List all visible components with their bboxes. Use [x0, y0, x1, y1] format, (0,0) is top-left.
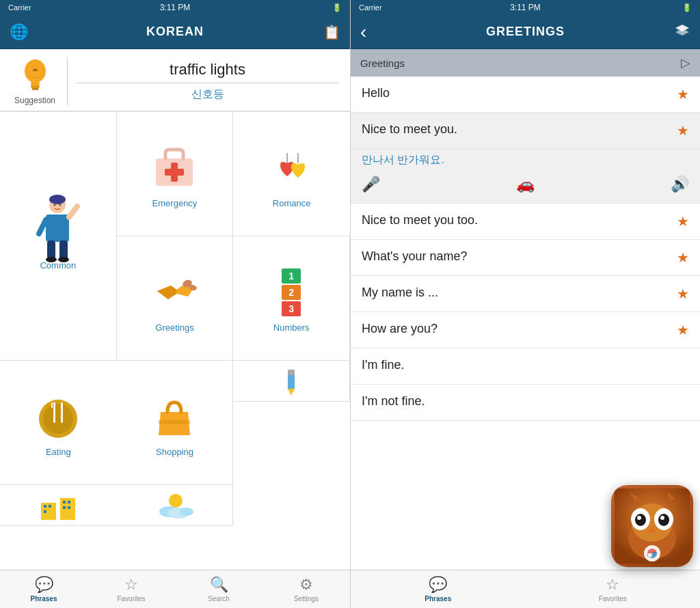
status-bar-left: Carrier 3:11 PM 🔋	[0, 0, 350, 15]
phrases-icon-left: 💬	[35, 576, 53, 594]
svg-point-56	[660, 516, 664, 520]
tab-phrases-left[interactable]: 💬 Phrases	[0, 576, 88, 603]
cat-common-label: Common	[40, 260, 76, 271]
svg-rect-10	[47, 240, 55, 260]
phrase-hello-text: Hello	[362, 86, 670, 100]
tab-settings-left[interactable]: ⚙ Settings	[262, 576, 350, 603]
person-svg	[32, 193, 83, 268]
num-block-3: 3	[282, 301, 301, 316]
status-bar-right: Carrier 3:11 PM 🔋	[351, 0, 700, 15]
app-icon-inner	[611, 485, 693, 567]
svg-point-6	[49, 195, 66, 204]
phrase-my-name[interactable]: My name is ... ★	[351, 276, 700, 312]
svg-line-9	[39, 220, 46, 234]
phrase-hello[interactable]: Hello ★	[351, 77, 700, 113]
svg-rect-41	[68, 506, 70, 509]
phrase-how-are-you-text: How are you?	[362, 322, 670, 336]
svg-marker-31	[288, 389, 295, 396]
cat-greetings[interactable]: Greetings	[117, 236, 234, 361]
phrase-im-not-fine[interactable]: I'm not fine. ★	[351, 385, 700, 421]
microphone-icon[interactable]: 🎤	[362, 176, 380, 193]
svg-rect-2	[31, 86, 39, 88]
owl-icon	[615, 488, 690, 564]
speaker-icon[interactable]: 🔊	[671, 176, 689, 193]
cat-eating-label: Eating	[46, 447, 71, 457]
cat-pencil[interactable]	[233, 361, 350, 402]
phrase-whats-name[interactable]: What's your name? ★	[351, 240, 700, 276]
num-block-2: 2	[282, 285, 301, 300]
cat-romance[interactable]: Romance	[233, 112, 350, 236]
phrase-whats-name-star[interactable]: ★	[677, 249, 689, 266]
svg-rect-32	[288, 370, 295, 375]
phrase-im-fine[interactable]: I'm fine. ★	[351, 348, 700, 385]
cat-common[interactable]: Common	[0, 112, 117, 361]
svg-line-8	[69, 206, 77, 217]
cat-buildings[interactable]	[0, 485, 117, 526]
cat-eating[interactable]: Eating	[0, 361, 117, 485]
category-grid: Common Emergency	[0, 111, 350, 570]
greetings-svg	[150, 271, 198, 315]
phrase-how-are-you-star[interactable]: ★	[677, 322, 689, 338]
layers-svg	[674, 23, 690, 37]
tab-settings-label-left: Settings	[294, 595, 319, 603]
phrase-my-name-star[interactable]: ★	[677, 286, 689, 302]
tab-favorites-left[interactable]: ☆ Favorites	[88, 576, 175, 603]
tab-bar-right: 💬 Phrases ☆ Favorites	[351, 570, 700, 608]
carrier-right: Carrier	[359, 3, 382, 12]
num-block-1: 1	[282, 268, 301, 284]
phrase-nice-to-meet[interactable]: Nice to meet you. ★	[351, 113, 700, 149]
suggestion-word: traffic lights	[170, 61, 245, 79]
tab-favorites-right[interactable]: ☆ Favorites	[526, 576, 701, 603]
left-phone: Carrier 3:11 PM 🔋 🌐 KOREAN 📋 Suggestion …	[0, 0, 350, 608]
phrase-nice-too-star[interactable]: ★	[677, 213, 689, 230]
cat-shopping[interactable]: Shopping	[117, 361, 234, 485]
right-phone: Carrier 3:11 PM 🔋 ‹ GREETINGS Greetings …	[350, 0, 700, 608]
sun-cloud-icon	[147, 493, 202, 520]
svg-rect-3	[31, 88, 38, 90]
building-icon	[31, 493, 85, 520]
building-svg	[38, 493, 79, 520]
favorites-icon-left: ☆	[124, 576, 138, 594]
book-icon[interactable]: 📋	[323, 24, 340, 40]
time-right: 3:11 PM	[351, 3, 700, 12]
svg-rect-35	[44, 505, 46, 508]
tab-search-left[interactable]: 🔍 Search	[175, 576, 262, 603]
phrase-nice-to-meet-star[interactable]: ★	[677, 122, 689, 139]
tab-phrases-label-right: Phrases	[425, 595, 451, 603]
cat-emergency-label: Emergency	[152, 198, 198, 208]
pencil-svg	[281, 368, 301, 396]
suggestion-horiz-divider	[76, 83, 339, 83]
romance-svg	[268, 146, 316, 191]
settings-icon-left: ⚙	[299, 576, 313, 594]
shopping-svg	[150, 393, 198, 441]
svg-rect-11	[59, 240, 68, 260]
nav-title-left: KOREAN	[146, 25, 204, 39]
phrase-how-are-you[interactable]: How are you? ★	[351, 312, 700, 348]
favorites-icon-right: ☆	[606, 576, 619, 594]
sun-cloud-svg	[154, 493, 195, 520]
suggestion-text-area[interactable]: traffic lights 신호등	[76, 61, 339, 102]
globe-icon[interactable]: 🌐	[10, 23, 28, 41]
layers-icon[interactable]	[674, 23, 690, 40]
search-icon-left: 🔍	[210, 576, 228, 594]
phrase-translation: 만나서 반가워요.	[362, 153, 689, 167]
car-icon[interactable]: 🚗	[516, 176, 535, 193]
back-button[interactable]: ‹	[360, 21, 366, 43]
tab-phrases-right[interactable]: 💬 Phrases	[351, 576, 526, 603]
section-header: Greetings ▷	[351, 49, 700, 77]
cat-numbers[interactable]: 1 2 3 Numbers	[233, 236, 350, 361]
play-button[interactable]: ▷	[681, 55, 690, 70]
svg-point-54	[637, 516, 641, 520]
shopping-icon	[147, 389, 202, 444]
nav-title-right: GREETINGS	[486, 25, 565, 39]
svg-point-24	[43, 404, 73, 434]
pencil-icon	[264, 368, 319, 396]
cat-emergency[interactable]: Emergency	[117, 112, 234, 236]
phrase-nice-too[interactable]: Nice to meet you too. ★	[351, 204, 700, 240]
phrase-hello-star[interactable]: ★	[677, 86, 689, 102]
emergency-icon	[147, 141, 202, 195]
phrase-nice-to-meet-text: Nice to meet you.	[362, 122, 670, 137]
suggestion-divider-vert	[67, 57, 68, 105]
nav-bar-left: 🌐 KOREAN 📋	[0, 15, 350, 49]
cat-weather[interactable]	[117, 485, 234, 526]
